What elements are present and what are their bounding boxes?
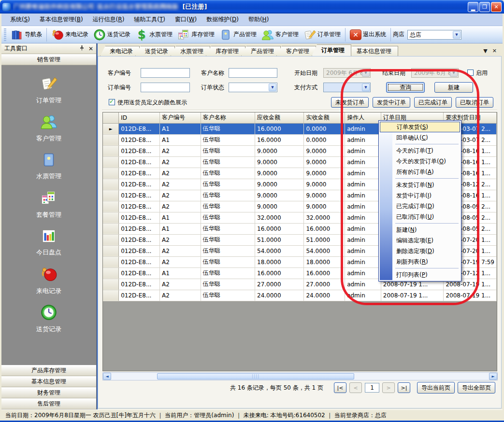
end-date-picker[interactable]: 2009年 6月 8日 ▼ [411, 68, 459, 78]
sidebar-item-order-management[interactable]: 订单管理 [1, 70, 96, 109]
menu-item[interactable]: 窗口(W) [170, 14, 202, 26]
context-menu-item[interactable]: 已取消订单(U) [380, 211, 460, 222]
toolbar-button-orders[interactable]: 订单管理 [301, 28, 343, 42]
sidebar-item-water-ticket-management[interactable]: 水票管理 [1, 147, 96, 185]
tab-item[interactable]: 送货记录 [135, 46, 175, 56]
menu-item[interactable]: 数据维护(D) [202, 14, 244, 26]
new-button[interactable]: 新建 [434, 82, 473, 93]
toolbar-button-customers[interactable]: 客户管理 [259, 28, 301, 42]
maximize-button[interactable]: ❒ [479, 2, 490, 12]
pin-icon[interactable] [79, 45, 85, 52]
tab-item[interactable]: 客户管理 [276, 46, 316, 56]
sidebar-group-after-sales[interactable]: 售后管理 [1, 398, 96, 409]
order-no-input[interactable] [141, 83, 190, 92]
export-all-pages-button[interactable]: 导出全部页 [458, 382, 495, 394]
tab-item[interactable]: 来电记录 [100, 46, 140, 56]
row-selector[interactable] [103, 256, 119, 267]
column-header[interactable]: 实收金额 [304, 113, 345, 123]
row-selector[interactable] [103, 212, 119, 223]
table-row[interactable]: 012D-E8...A2伍华聪24.000024.0000admin2008-0… [103, 290, 497, 301]
row-selector[interactable]: ► [103, 123, 119, 134]
menu-item[interactable]: 运行信息(R) [88, 14, 130, 26]
column-header[interactable]: 应收金额 [255, 113, 304, 123]
column-header[interactable]: ID [119, 113, 160, 123]
context-menu-item[interactable]: 删除选定项(D) [380, 246, 460, 256]
row-selector[interactable] [103, 223, 119, 234]
tab-item[interactable]: 库存管理 [206, 46, 245, 56]
context-menu-item[interactable]: 打印列表(P) [380, 269, 460, 280]
context-menu-item[interactable]: 编辑选定项(E) [380, 235, 460, 246]
minimize-button[interactable]: ▂ [468, 2, 478, 12]
sidebar-group-sales[interactable]: 销售管理 [1, 54, 96, 65]
toolbar-grip-icon[interactable] [4, 28, 6, 41]
horizontal-scrollbar[interactable]: ◄ ► [102, 372, 498, 380]
toolbar-button-navigator[interactable]: 导航条 [8, 28, 44, 42]
scrollbar-thumb[interactable] [157, 373, 354, 380]
payment-method-combobox[interactable]: ▼ [323, 83, 371, 92]
tab-item[interactable]: 订单管理 [312, 44, 351, 56]
order-status-filter-button[interactable]: 已取消订单 [456, 97, 493, 108]
row-selector[interactable] [103, 201, 119, 212]
toolbar-button-water-tickets[interactable]: $水票管理 [133, 28, 175, 42]
query-button[interactable]: 查询 [386, 82, 425, 93]
tab-item[interactable]: 产品管理 [241, 46, 281, 56]
order-status-combobox[interactable]: ▼ [229, 83, 277, 92]
menu-item[interactable]: 基本信息管理(B) [35, 14, 88, 26]
enable-checkbox[interactable] [467, 70, 474, 76]
context-menu-item[interactable]: 未发货订单(N) [380, 180, 460, 190]
sidebar-item-delivery-records[interactable]: 送货记录 [1, 299, 96, 338]
sidebar-group-product-inventory[interactable]: 产品库存管理 [1, 365, 96, 376]
scroll-left-icon[interactable]: ◄ [103, 373, 111, 380]
sidebar-item-today-inventory[interactable]: 今日盘点 [1, 223, 96, 261]
chevron-down-icon[interactable]: ▼ [362, 84, 370, 91]
context-menu-item[interactable]: 所有的订单(A) [380, 167, 460, 177]
shop-combobox[interactable]: 总店 ▼ [407, 30, 461, 40]
customer-name-input[interactable] [229, 68, 277, 78]
row-selector[interactable] [103, 168, 119, 179]
last-page-button[interactable]: >| [398, 382, 410, 393]
row-selector[interactable] [103, 245, 119, 256]
sidebar-item-call-records[interactable]: 来电记录 [1, 261, 96, 299]
row-selector[interactable] [103, 156, 119, 168]
order-status-filter-button[interactable]: 发货中订单 [373, 97, 410, 108]
menu-item[interactable]: 辅助工具(T) [129, 14, 170, 26]
close-button[interactable]: ✕ [491, 2, 502, 12]
chevron-down-icon[interactable]: ▼ [453, 31, 461, 39]
toolbar-button-exit[interactable]: ✕退出系统 [347, 28, 389, 41]
row-selector[interactable] [103, 279, 119, 290]
scroll-right-icon[interactable]: ► [489, 373, 497, 380]
tab-item[interactable]: 基本信息管理 [347, 46, 398, 56]
context-menu-item[interactable]: 订单发货(S) [380, 122, 460, 132]
start-date-picker[interactable]: 2009年 6月 8日 ▼ [323, 68, 371, 78]
next-page-button[interactable]: > [382, 382, 395, 393]
menu-item[interactable]: 系统(S) [5, 14, 35, 26]
row-selector[interactable] [103, 179, 119, 190]
first-page-button[interactable]: |< [334, 382, 346, 393]
sidebar-group-finance[interactable]: 财务管理 [1, 387, 96, 398]
column-header[interactable]: 操作人 [345, 113, 381, 123]
sidebar-item-package-management[interactable]: 套餐管理 [1, 185, 96, 223]
context-menu-item[interactable]: 新建(N) [380, 225, 460, 235]
row-selector[interactable] [103, 267, 119, 279]
row-selector-header[interactable] [103, 113, 119, 123]
toolbar-button-call-records[interactable]: 来电记录 [49, 28, 91, 42]
context-menu-item[interactable]: 刷新列表(R) [380, 256, 460, 267]
row-selector[interactable] [103, 190, 119, 201]
row-selector[interactable] [103, 290, 119, 301]
row-selector[interactable] [103, 234, 119, 245]
context-menu-item[interactable]: 今天的订单(T) [380, 145, 460, 156]
order-status-filter-button[interactable]: 已完成订单 [414, 97, 452, 108]
prev-page-button[interactable]: < [349, 382, 362, 393]
customer-no-input[interactable] [141, 68, 190, 78]
menu-item[interactable]: 帮助(H) [244, 14, 274, 26]
delivery-color-checkbox[interactable] [109, 99, 115, 105]
close-icon[interactable]: ✕ [88, 45, 93, 52]
toolbar-button-inventory[interactable]: 库存管理 [175, 28, 217, 42]
chevron-down-icon[interactable]: ▼ [269, 84, 276, 91]
context-menu-item[interactable]: 已完成订单(D) [380, 201, 460, 211]
export-current-page-button[interactable]: 导出当前页 [417, 382, 455, 394]
row-selector[interactable] [103, 145, 119, 156]
tab-close-icon[interactable]: ✕ [492, 48, 497, 54]
column-header[interactable]: 客户编号 [160, 113, 201, 123]
sidebar-group-basic-info[interactable]: 基本信息管理 [1, 376, 96, 387]
